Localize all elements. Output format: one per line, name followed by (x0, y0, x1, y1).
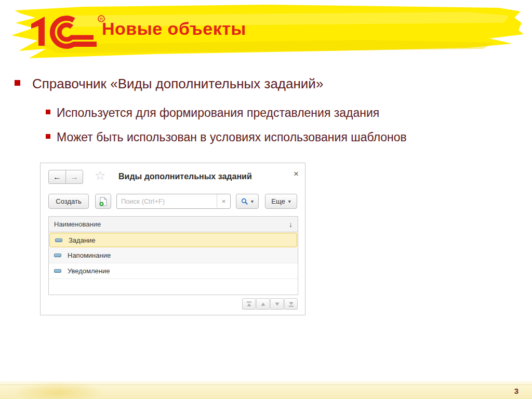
go-previous-icon (260, 301, 266, 307)
search-clear-icon[interactable]: × (217, 194, 230, 208)
catalog-rows: Задание Напоминание Уведомление (49, 233, 298, 279)
close-icon[interactable]: × (294, 169, 299, 178)
forward-button[interactable]: → (65, 170, 83, 184)
document-plus-icon (99, 197, 108, 206)
go-first-icon (246, 301, 252, 307)
catalog-window: ← → ☆ Виды дополнительных заданий × Созд… (40, 163, 305, 315)
sub-bullet-item: Может быть использован в условиях исполь… (46, 130, 407, 144)
main-bullet-text: Справочник «Виды дополнительных заданий» (32, 76, 323, 92)
row-label: Уведомление (68, 267, 110, 275)
history-nav-group: ← → (48, 170, 83, 184)
footer-watermark (4, 382, 124, 399)
create-by-copy-button[interactable] (95, 194, 111, 209)
go-last-button[interactable] (284, 298, 298, 310)
more-button[interactable]: Еще ▾ (265, 194, 297, 209)
window-title: Виды дополнительных заданий (118, 172, 252, 181)
sub-bullet-text: Используется для формирования представле… (57, 106, 379, 120)
1c-logo: R (27, 12, 110, 52)
go-next-button[interactable] (270, 298, 284, 310)
more-button-label: Еще (271, 197, 285, 205)
chevron-down-icon: ▾ (288, 198, 291, 204)
window-toolbar: Создать × ▾ Еще (48, 194, 297, 209)
column-header-name: Наименование (54, 220, 101, 228)
create-button[interactable]: Создать (48, 194, 89, 209)
catalog-item-icon (54, 254, 61, 257)
footer-bar: 3 (0, 381, 532, 399)
magnifier-icon (241, 198, 248, 205)
bullet-square-icon (46, 134, 50, 139)
catalog-item-icon (55, 238, 62, 242)
page-title: Новые объекты (102, 19, 246, 39)
sub-bullet-text: Может быть использован в условиях исполь… (57, 130, 407, 144)
main-bullet-item: Справочник «Виды дополнительных заданий» (15, 76, 323, 92)
slide: R Новые объекты Справочник «Виды дополни… (0, 0, 532, 399)
go-last-icon (288, 301, 294, 307)
search-button[interactable]: ▾ (236, 194, 259, 209)
sub-bullet-item: Используется для формирования представле… (46, 106, 379, 120)
catalog-item-icon (54, 269, 61, 273)
search-input[interactable] (117, 197, 217, 205)
table-row[interactable]: Уведомление (49, 263, 298, 279)
chevron-down-icon: ▾ (251, 198, 254, 204)
go-next-icon (274, 301, 280, 307)
page-number: 3 (514, 387, 518, 395)
back-button[interactable]: ← (48, 170, 66, 184)
bullet-square-icon (15, 80, 20, 86)
list-navigation-group (242, 298, 298, 310)
search-box: × (116, 194, 231, 209)
row-label: Задание (69, 236, 96, 244)
sort-descending-icon[interactable]: ↓ (289, 220, 292, 229)
bullet-square-icon (46, 110, 50, 114)
catalog-table: Наименование ↓ Задание Напоминание Уведо… (48, 216, 298, 295)
back-arrow-icon: ← (53, 172, 61, 182)
table-header-row[interactable]: Наименование ↓ (49, 217, 298, 232)
go-first-button[interactable] (242, 298, 256, 310)
favorite-star-icon[interactable]: ☆ (95, 169, 106, 182)
table-row[interactable]: Напоминание (49, 248, 298, 263)
forward-arrow-icon: → (70, 172, 78, 182)
table-row[interactable]: Задание (49, 233, 297, 247)
go-previous-button[interactable] (256, 298, 270, 310)
row-label: Напоминание (68, 251, 111, 259)
